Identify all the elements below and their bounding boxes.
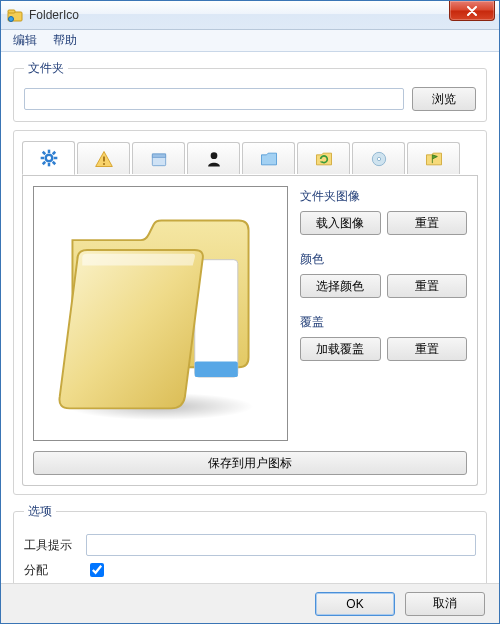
- color-section-label: 颜色: [300, 251, 467, 268]
- window-title: FolderIco: [29, 8, 79, 22]
- image-section-label: 文件夹图像: [300, 188, 467, 205]
- load-image-button[interactable]: 载入图像: [300, 211, 381, 235]
- svg-rect-15: [152, 154, 165, 157]
- tab-alert[interactable]: [77, 142, 130, 174]
- side-controls: 文件夹图像 载入图像 重置 颜色 选择颜色 重置 覆盖 加载覆盖 重置: [300, 186, 467, 441]
- tab-app[interactable]: [132, 142, 185, 174]
- folder-icon: [259, 149, 279, 169]
- app-icon: [7, 7, 23, 23]
- assign-checkbox[interactable]: [90, 563, 104, 577]
- gear-icon: [39, 148, 59, 168]
- tab-disc[interactable]: [352, 142, 405, 174]
- silhouette-icon: [204, 149, 224, 169]
- options-legend: 选项: [24, 503, 56, 520]
- svg-point-2: [9, 17, 14, 22]
- pick-color-button[interactable]: 选择颜色: [300, 274, 381, 298]
- tab-sync[interactable]: [297, 142, 350, 174]
- main-panel: 文件夹图像 载入图像 重置 颜色 选择颜色 重置 覆盖 加载覆盖 重置: [13, 130, 487, 495]
- refresh-icon: [314, 149, 334, 169]
- browse-button[interactable]: 浏览: [412, 87, 476, 111]
- dialog-buttons: OK 取消: [1, 583, 499, 623]
- svg-point-18: [377, 157, 380, 160]
- svg-line-11: [42, 162, 45, 165]
- reset-color-button[interactable]: 重置: [387, 274, 468, 298]
- tab-folder[interactable]: [242, 142, 295, 174]
- tooltip-input[interactable]: [86, 534, 476, 556]
- options-group: 选项 工具提示 分配: [13, 503, 487, 595]
- folder-preview-icon: [48, 201, 273, 426]
- svg-rect-12: [103, 156, 105, 161]
- menu-help[interactable]: 帮助: [45, 30, 85, 51]
- tabstrip: [22, 141, 478, 176]
- svg-rect-13: [103, 163, 105, 165]
- svg-rect-21: [195, 361, 238, 377]
- tooltip-label: 工具提示: [24, 537, 78, 554]
- ok-button[interactable]: OK: [315, 592, 395, 616]
- assign-label: 分配: [24, 562, 78, 579]
- disc-icon: [369, 149, 389, 169]
- reset-overlay-button[interactable]: 重置: [387, 337, 468, 361]
- folder-group-legend: 文件夹: [24, 60, 68, 77]
- tab-body: 文件夹图像 载入图像 重置 颜色 选择颜色 重置 覆盖 加载覆盖 重置: [22, 176, 478, 486]
- svg-line-10: [52, 152, 55, 155]
- load-overlay-button[interactable]: 加载覆盖: [300, 337, 381, 361]
- menubar: 编辑 帮助: [1, 30, 499, 52]
- cancel-button[interactable]: 取消: [405, 592, 485, 616]
- menu-edit[interactable]: 编辑: [5, 30, 45, 51]
- svg-rect-1: [8, 10, 15, 13]
- svg-point-16: [210, 152, 217, 159]
- save-user-icon-button[interactable]: 保存到用户图标: [33, 451, 467, 475]
- box-icon: [149, 149, 169, 169]
- close-button[interactable]: [449, 1, 495, 21]
- client-area: 文件夹 浏览: [1, 52, 499, 613]
- titlebar: FolderIco: [1, 1, 499, 30]
- warning-icon: [94, 149, 114, 169]
- svg-point-3: [45, 155, 52, 162]
- overlay-section-label: 覆盖: [300, 314, 467, 331]
- icon-preview: [33, 186, 288, 441]
- tab-settings[interactable]: [22, 141, 75, 175]
- svg-line-9: [52, 162, 55, 165]
- flag-icon: [424, 149, 444, 169]
- reset-image-button[interactable]: 重置: [387, 211, 468, 235]
- svg-line-8: [42, 152, 45, 155]
- close-icon: [466, 6, 478, 16]
- folder-group: 文件夹 浏览: [13, 60, 487, 122]
- tab-profile[interactable]: [187, 142, 240, 174]
- tab-flag[interactable]: [407, 142, 460, 174]
- folder-path-input[interactable]: [24, 88, 404, 110]
